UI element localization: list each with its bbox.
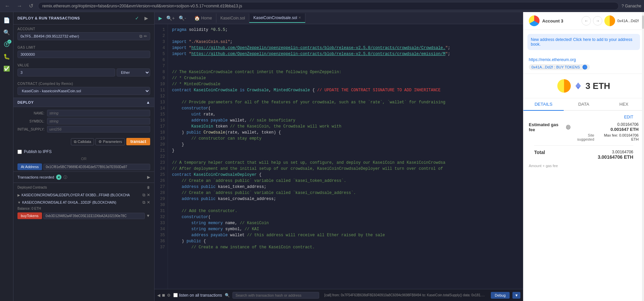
run-icon-btn[interactable]: ▶ (157, 15, 164, 21)
ln-37: 37 (155, 244, 168, 250)
params-label: Parameters (103, 140, 122, 144)
code-line-4: import "https://github.com/OpenZeppelin/… (168, 45, 523, 51)
buy-chevron-down-icon[interactable]: ▼ (146, 213, 150, 218)
mm-total-value2: 3.00164706 ETH (598, 154, 633, 160)
at-address-button[interactable]: At Address (17, 163, 42, 170)
panel-arrow-btn[interactable]: ▶ (142, 15, 150, 21)
symbol-input[interactable] (47, 118, 150, 124)
code-line-25: contract KaseiCoinCrowdsaleDeployer { (168, 172, 523, 178)
search-tx-input[interactable] (232, 292, 319, 299)
transactions-row[interactable]: Transactions recorded 4 ⓘ ▶ (13, 171, 154, 183)
code-line-27: address public kasei_token_address; (168, 184, 523, 190)
ln-16: 16 (155, 117, 168, 123)
mm-forward-arrow[interactable]: → (593, 16, 602, 26)
panel-check-btn[interactable]: ✓ (133, 15, 141, 21)
ln-34: 34 (155, 226, 168, 232)
tab-kaseicoin-crowdsale[interactable]: KaseiCoinCrowdsale.sol ✕ (249, 13, 305, 23)
icon-sidebar: 📄 🔍 ✓ 🐛 ✅ (0, 12, 13, 301)
mm-back-arrow[interactable]: ← (582, 16, 591, 26)
refresh-button[interactable]: ↺ (27, 2, 35, 10)
scroll-left-icon[interactable]: ◀ (157, 293, 160, 298)
code-line-29: address public kasei_crowdsale_address; (168, 196, 523, 202)
tab-close-icon[interactable]: ✕ (298, 16, 301, 19)
tab-kaseicoin[interactable]: KaseiCoin.sol (216, 14, 249, 22)
mm-tab-data[interactable]: DATA (564, 98, 604, 110)
deploy-section-header[interactable]: DEPLOY ▲ (13, 98, 154, 107)
code-line-22 (168, 154, 523, 160)
initial-supply-input[interactable] (47, 126, 150, 133)
zoom-out-btn[interactable]: 🔍- (177, 15, 187, 21)
listen-checkbox[interactable] (173, 293, 178, 297)
at-address-input[interactable] (43, 164, 150, 170)
copy-icon[interactable]: ⧉ (139, 34, 142, 39)
code-line-10: // * MintedCrowdsale (168, 81, 523, 87)
tab-crowdsale-label: KaseiCoinCrowdsale.sol (253, 15, 297, 20)
deployer-contract-item[interactable]: ▶ KASEICOINCROWDSALEDEPLOYER AT 0X3BD...… (13, 191, 154, 199)
gas-limit-input[interactable] (17, 51, 150, 58)
mm-notification-text: New address detected! Click here to add … (531, 37, 632, 47)
tab-home[interactable]: 🏠 Home (190, 13, 216, 23)
calldata-icon: ⧉ (74, 140, 77, 144)
account-selector[interactable]: 0x7F5...B8494 (99.95122732 ether) ⧉ ✏ (17, 32, 150, 40)
test-icon-btn[interactable]: ✅ (1, 63, 12, 74)
bottom-bar: ◀ ⏹ ⚙ listen on all transactions 🔍 [call… (155, 289, 523, 301)
ln-8: 8 (155, 69, 168, 75)
mm-header: Account 3 ← → 0x41A...Dd2f (523, 12, 644, 30)
edit-icon[interactable]: ✏ (144, 34, 147, 39)
mm-notification[interactable]: New address detected! Click here to add … (527, 34, 640, 50)
panel-header: DEPLOY & RUN TRANSACTIONS ✓ ▶ (13, 12, 154, 24)
mm-tab-details[interactable]: DETAILS (523, 98, 564, 111)
publish-ipfs-checkbox[interactable] (17, 150, 22, 154)
buy-tokens-button[interactable]: buyTokens (17, 212, 42, 219)
transact-button[interactable]: transact (126, 138, 150, 145)
ln-6: 6 (155, 57, 168, 63)
tx-log-text: [call] from: 0x7F54F63B638dF8E6040910a8C… (322, 293, 488, 297)
crowdsale-close-icon[interactable]: ✕ (147, 200, 150, 205)
trash-icon[interactable]: 🗑 (147, 186, 150, 189)
debug-chevron-icon[interactable]: ▼ (512, 292, 520, 299)
mm-tab-hex[interactable]: HEX (604, 98, 644, 110)
mm-gas-fee-info-icon[interactable]: ⓘ (566, 125, 571, 130)
mm-address-chip[interactable]: 0x41A...Dd2f : BUY TOKENS ⓘ (529, 64, 590, 70)
code-line-20: } (168, 142, 523, 148)
zoom-in-btn[interactable]: 🔍+ (165, 15, 176, 21)
ln-32: 32 (155, 214, 168, 220)
mm-amount-text: 3 ETH (586, 81, 610, 91)
name-field: NAME: (17, 110, 150, 116)
crowdsale-copy-icon[interactable]: ⧉ (142, 200, 145, 205)
mm-edit-button[interactable]: EDIT (529, 115, 639, 119)
name-input[interactable] (47, 110, 150, 116)
crowdsale-contract-item[interactable]: ▼ KASEICOINCROWDSALE AT 0X41A...1DD2F (B… (13, 199, 154, 206)
deployer-close-icon[interactable]: ✕ (147, 193, 150, 197)
contract-select[interactable]: KaseiCoin - kaseicoin/KaseiCoin.sol (17, 87, 150, 95)
crowdsale-contract-icons: ⧉ ✕ (142, 200, 150, 205)
buy-tokens-input[interactable] (43, 213, 145, 219)
back-button[interactable]: ← (3, 2, 12, 10)
params-icon: ⚙ (98, 140, 102, 144)
debug-icon-btn[interactable]: 🐛 (1, 51, 12, 62)
debug-button[interactable]: Debug (491, 292, 510, 299)
mm-site-url: https://remix.ethereum.org (529, 57, 639, 62)
value-input[interactable] (17, 68, 115, 77)
info-icon: ⓘ (63, 175, 67, 180)
value-unit-select[interactable]: Ether Gwei Finney Wei (117, 68, 150, 77)
search-icon-btn[interactable]: 🔍 (1, 27, 12, 38)
scroll-right-icon[interactable]: ⏹ (162, 293, 166, 298)
deploy-icon-btn[interactable]: ✓ (1, 39, 12, 50)
file-icon-btn[interactable]: 📄 (1, 15, 12, 26)
mm-chip-info-icon[interactable]: ⓘ (583, 65, 587, 69)
calldata-button[interactable]: ⧉ Calldata (71, 138, 94, 145)
ln-1: 1 (155, 27, 168, 33)
settings-icon[interactable]: ⚙ (167, 293, 171, 298)
address-bar[interactable]: remix.ethereum.org/#optimize=false&runs=… (38, 2, 619, 10)
editor-tabs: ▶ 🔍+ 🔍- 🏠 Home KaseiCoin.sol KaseiCoinCr… (155, 12, 523, 24)
parameters-button[interactable]: ⚙ Parameters (95, 138, 125, 145)
account-value-text: 0x7F5...B8494 (99.95122732 ether) (20, 34, 79, 38)
code-line-28: // Create an `address public` variable c… (168, 190, 523, 196)
ln-26: 26 (155, 178, 168, 184)
code-content[interactable]: pragma solidity ^0.5.5; import "./KaseiC… (168, 24, 523, 289)
forward-button[interactable]: → (15, 2, 24, 10)
ln-21: 21 (155, 148, 168, 154)
mm-address-line: 0x41A...Dd2f : BUY TOKENS ⓘ (529, 64, 639, 70)
deployer-copy-icon[interactable]: ⧉ (142, 193, 145, 197)
